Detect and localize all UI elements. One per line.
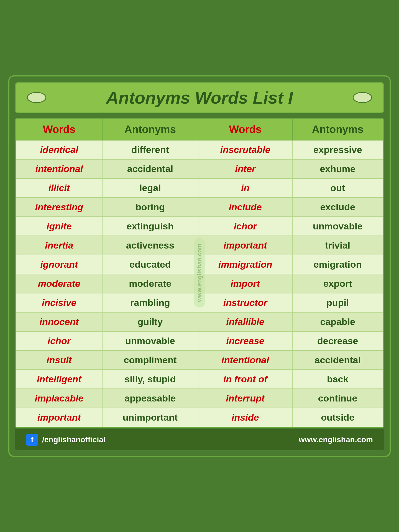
word-cell: inertia (16, 236, 102, 255)
watermark-container: Words Antonyms Words Antonyms identicald… (16, 119, 383, 427)
word-cell: intentional (16, 159, 102, 178)
antonym-cell: extinguish (102, 217, 198, 236)
antonym-cell: capable (292, 312, 383, 331)
word-cell: illicit (16, 178, 102, 198)
word-cell: inscrutable (198, 140, 292, 159)
antonyms-table: Words Antonyms Words Antonyms identicald… (16, 119, 383, 427)
word-cell: increase (198, 331, 292, 351)
word-cell: important (198, 236, 292, 255)
table-row: intelligentsilly, stupidin front ofback (16, 370, 383, 389)
title-oval-right (353, 92, 372, 103)
header-words1: Words (16, 119, 102, 140)
antonym-cell: trivial (292, 236, 383, 255)
antonym-cell: educated (102, 255, 198, 274)
antonym-cell: exclude (292, 198, 383, 217)
footer: f /englishanofficial www.englishan.com (15, 429, 384, 450)
word-cell: infallible (198, 312, 292, 331)
table-row: implacableappeasableinterruptcontinue (16, 389, 383, 408)
table-row: ignoranteducatedimmigrationemigration (16, 255, 383, 274)
table-row: moderatemoderateimportexport (16, 274, 383, 293)
table-row: interestingboringincludeexclude (16, 198, 383, 217)
antonym-cell: exhume (292, 159, 383, 178)
antonym-cell: expressive (292, 140, 383, 159)
header-words2: Words (198, 119, 292, 140)
word-cell: ignorant (16, 255, 102, 274)
header-antonyms2: Antonyms (292, 119, 383, 140)
word-cell: interesting (16, 198, 102, 217)
antonym-cell: rambling (102, 293, 198, 312)
word-cell: inter (198, 159, 292, 178)
footer-website: www.englishan.com (299, 435, 373, 444)
social-handle: /englishanofficial (42, 435, 106, 444)
antonym-cell: compliment (102, 351, 198, 370)
table-body: identicaldifferentinscrutableexpressivei… (16, 140, 383, 427)
word-cell: moderate (16, 274, 102, 293)
table-row: igniteextinguishichorunmovable (16, 217, 383, 236)
word-cell: immigration (198, 255, 292, 274)
antonym-cell: legal (102, 178, 198, 198)
antonym-cell: back (292, 370, 383, 389)
word-cell: inside (198, 408, 292, 427)
table-row: ichorunmovableincreasedecrease (16, 331, 383, 351)
word-cell: interrupt (198, 389, 292, 408)
table-row: intentionalaccidentalinterexhume (16, 159, 383, 178)
title-bar: Antonyms Words List I (15, 82, 384, 113)
antonym-cell: export (292, 274, 383, 293)
word-cell: innocent (16, 312, 102, 331)
antonym-cell: accidental (102, 159, 198, 178)
table-row: innocentguiltyinfalliblecapable (16, 312, 383, 331)
table-header-row: Words Antonyms Words Antonyms (16, 119, 383, 140)
word-cell: intelligent (16, 370, 102, 389)
table-row: incisiveramblinginstructorpupil (16, 293, 383, 312)
table-row: insultcomplimentintentionalaccidental (16, 351, 383, 370)
fb-letter: f (31, 435, 33, 444)
antonym-cell: boring (102, 198, 198, 217)
antonym-cell: outside (292, 408, 383, 427)
antonym-cell: emigration (292, 255, 383, 274)
word-cell: include (198, 198, 292, 217)
antonym-cell: unmovable (292, 217, 383, 236)
title-oval-left (27, 92, 46, 103)
table-row: importantunimportantinsideoutside (16, 408, 383, 427)
antonym-cell: appeasable (102, 389, 198, 408)
word-cell: in front of (198, 370, 292, 389)
antonym-cell: pupil (292, 293, 383, 312)
word-cell: incisive (16, 293, 102, 312)
word-cell: instructor (198, 293, 292, 312)
table-row: inertiaactivenessimportanttrivial (16, 236, 383, 255)
antonym-cell: decrease (292, 331, 383, 351)
antonym-cell: unmovable (102, 331, 198, 351)
antonym-cell: activeness (102, 236, 198, 255)
word-cell: intentional (198, 351, 292, 370)
word-cell: identical (16, 140, 102, 159)
antonym-cell: guilty (102, 312, 198, 331)
footer-left: f /englishanofficial (26, 434, 106, 446)
antonym-cell: continue (292, 389, 383, 408)
word-cell: insult (16, 351, 102, 370)
antonym-cell: unimportant (102, 408, 198, 427)
table-row: illicitlegalinout (16, 178, 383, 198)
facebook-icon[interactable]: f (26, 434, 38, 446)
word-cell: implacable (16, 389, 102, 408)
word-cell: ichor (16, 331, 102, 351)
word-cell: ignite (16, 217, 102, 236)
word-cell: in (198, 178, 292, 198)
word-cell: ichor (198, 217, 292, 236)
page-title: Antonyms Words List I (106, 88, 293, 108)
antonym-cell: accidental (292, 351, 383, 370)
word-cell: import (198, 274, 292, 293)
antonym-cell: different (102, 140, 198, 159)
table-row: identicaldifferentinscrutableexpressive (16, 140, 383, 159)
header-antonyms1: Antonyms (102, 119, 198, 140)
main-container: Antonyms Words List I Words Antonyms Wor… (8, 75, 391, 457)
antonym-cell: silly, stupid (102, 370, 198, 389)
table-container: Words Antonyms Words Antonyms identicald… (15, 118, 384, 428)
word-cell: important (16, 408, 102, 427)
antonym-cell: moderate (102, 274, 198, 293)
antonym-cell: out (292, 178, 383, 198)
